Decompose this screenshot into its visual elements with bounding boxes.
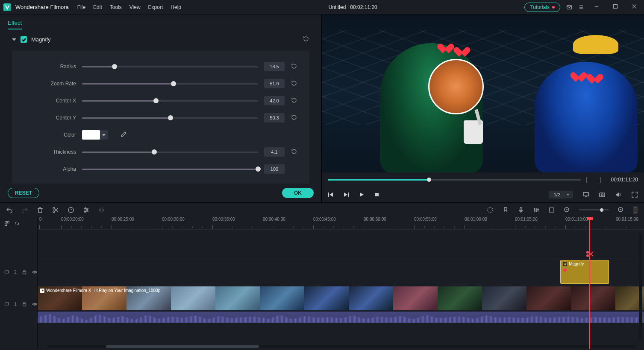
effect-panel: Effect Magnify Radius 18.5 Zoom Rate bbox=[0, 15, 321, 202]
param-center-x: Center X 42.0 bbox=[16, 92, 298, 109]
redo-icon[interactable] bbox=[21, 207, 28, 213]
menu-help[interactable]: Help bbox=[171, 4, 181, 10]
ruler-tick: 00:01:05:00 bbox=[515, 217, 538, 222]
preview-scale-select[interactable]: 1/2 bbox=[549, 191, 573, 198]
eyedropper-icon[interactable] bbox=[121, 131, 127, 139]
timeline-hscroll[interactable] bbox=[47, 345, 635, 348]
lock-icon[interactable] bbox=[22, 301, 27, 307]
timeline-ruler[interactable]: 0 00:00:20:0000:00:25:0000:00:30:0000:00… bbox=[38, 217, 644, 230]
timeline-vscroll[interactable] bbox=[639, 234, 642, 341]
menu-edit[interactable]: Edit bbox=[93, 4, 102, 10]
effect-enable-checkbox[interactable] bbox=[21, 36, 27, 43]
voiceover-icon[interactable] bbox=[518, 207, 524, 213]
menu-view[interactable]: View bbox=[129, 4, 141, 10]
volume-icon[interactable] bbox=[615, 191, 622, 198]
app-name: Wondershare Filmora bbox=[15, 4, 69, 10]
speed-icon[interactable] bbox=[68, 207, 74, 213]
center-y-reset-icon[interactable] bbox=[291, 114, 298, 122]
track-manager-icon[interactable] bbox=[4, 221, 10, 226]
radius-reset-icon[interactable] bbox=[291, 63, 298, 71]
thickness-slider[interactable] bbox=[82, 152, 258, 153]
alpha-slider[interactable] bbox=[82, 169, 258, 170]
loop-brackets[interactable]: { } bbox=[585, 176, 606, 183]
video-clip[interactable]: Wondershare Filmora X Hit Play on Your I… bbox=[38, 286, 644, 310]
display-icon[interactable] bbox=[582, 191, 589, 198]
svg-line-28 bbox=[71, 209, 72, 210]
messages-icon[interactable] bbox=[566, 4, 572, 10]
menu-file[interactable]: File bbox=[77, 4, 85, 10]
effect-track[interactable]: Magnify bbox=[38, 259, 644, 285]
thickness-reset-icon[interactable] bbox=[291, 148, 298, 156]
minimize-button[interactable] bbox=[590, 2, 603, 12]
mixer-icon[interactable] bbox=[533, 207, 540, 213]
audio-icon[interactable] bbox=[98, 207, 105, 213]
svg-point-23 bbox=[53, 207, 55, 209]
split-icon[interactable] bbox=[52, 207, 59, 213]
timeline-view-icon[interactable] bbox=[633, 206, 638, 214]
svg-rect-48 bbox=[550, 208, 554, 212]
param-alpha: Alpha 100 bbox=[16, 160, 298, 178]
effect-clip-magnify[interactable]: Magnify bbox=[560, 260, 609, 284]
playhead-split-icon[interactable] bbox=[585, 249, 594, 259]
ruler-tick: 00:00:40:00 bbox=[263, 217, 285, 222]
crop-icon[interactable] bbox=[548, 207, 555, 213]
color-dropdown[interactable] bbox=[100, 130, 108, 140]
close-button[interactable] bbox=[628, 2, 641, 12]
delete-icon[interactable] bbox=[37, 207, 44, 213]
ruler-tick: 00:00:35:00 bbox=[212, 217, 235, 222]
svg-marker-11 bbox=[344, 192, 347, 197]
menu-export[interactable]: Export bbox=[148, 4, 163, 10]
svg-point-32 bbox=[85, 207, 86, 209]
play-button[interactable] bbox=[359, 192, 365, 198]
panel-tab-effect[interactable]: Effect bbox=[8, 20, 22, 29]
center-y-slider[interactable] bbox=[82, 117, 258, 119]
adjust-icon[interactable] bbox=[83, 207, 90, 213]
audio-waveform[interactable] bbox=[38, 312, 644, 323]
center-y-value[interactable]: 50.3 bbox=[264, 113, 285, 122]
radius-slider[interactable] bbox=[82, 66, 258, 67]
next-frame-button[interactable] bbox=[343, 192, 349, 198]
ok-button[interactable]: OK bbox=[282, 188, 314, 198]
alpha-value[interactable]: 100 bbox=[264, 164, 285, 174]
undo-icon[interactable] bbox=[6, 207, 13, 213]
heart-icon bbox=[590, 70, 602, 81]
video-track[interactable]: Wondershare Filmora X Hit Play on Your I… bbox=[38, 285, 644, 323]
lock-icon[interactable] bbox=[22, 269, 27, 275]
zoom-rate-slider[interactable] bbox=[82, 83, 258, 85]
playhead[interactable] bbox=[589, 217, 590, 349]
stop-button[interactable] bbox=[374, 192, 380, 198]
snapshot-icon[interactable] bbox=[599, 191, 606, 198]
reset-button[interactable]: RESET bbox=[8, 188, 39, 198]
link-icon[interactable] bbox=[14, 221, 20, 226]
marker-icon[interactable] bbox=[502, 207, 509, 213]
reset-effect-icon[interactable] bbox=[303, 35, 309, 44]
preview-viewport[interactable] bbox=[322, 15, 644, 172]
track-header-effect[interactable]: 2 bbox=[0, 259, 37, 285]
render-icon[interactable] bbox=[487, 207, 494, 213]
param-zoom-rate: Zoom Rate 51.9 bbox=[16, 75, 298, 92]
radius-value[interactable]: 18.5 bbox=[264, 62, 285, 71]
eye-icon[interactable] bbox=[32, 269, 37, 275]
zoom-in-icon[interactable] bbox=[618, 207, 624, 213]
menu-icon[interactable] bbox=[578, 4, 584, 10]
svg-marker-64 bbox=[563, 269, 567, 272]
preview-progress[interactable] bbox=[328, 179, 581, 181]
collapse-toggle[interactable] bbox=[12, 38, 16, 41]
track-header-video[interactable]: 1 bbox=[0, 285, 37, 323]
zoom-slider[interactable] bbox=[579, 209, 609, 210]
zoom-out-icon[interactable] bbox=[564, 207, 570, 213]
zoom-rate-reset-icon[interactable] bbox=[291, 80, 298, 88]
fullscreen-icon[interactable] bbox=[631, 191, 638, 198]
center-x-value[interactable]: 42.0 bbox=[264, 96, 285, 105]
maximize-button[interactable] bbox=[609, 2, 622, 12]
center-x-reset-icon[interactable] bbox=[291, 97, 298, 105]
zoom-rate-value[interactable]: 51.9 bbox=[264, 79, 285, 88]
tutorials-button[interactable]: Tutorials bbox=[524, 3, 560, 12]
thickness-value[interactable]: 4.1 bbox=[264, 147, 285, 157]
eye-icon[interactable] bbox=[32, 301, 37, 307]
prev-frame-button[interactable] bbox=[328, 192, 334, 198]
center-x-slider[interactable] bbox=[82, 100, 258, 102]
param-color: Color bbox=[16, 126, 298, 143]
menu-tools[interactable]: Tools bbox=[110, 4, 122, 10]
color-swatch[interactable] bbox=[82, 130, 100, 140]
